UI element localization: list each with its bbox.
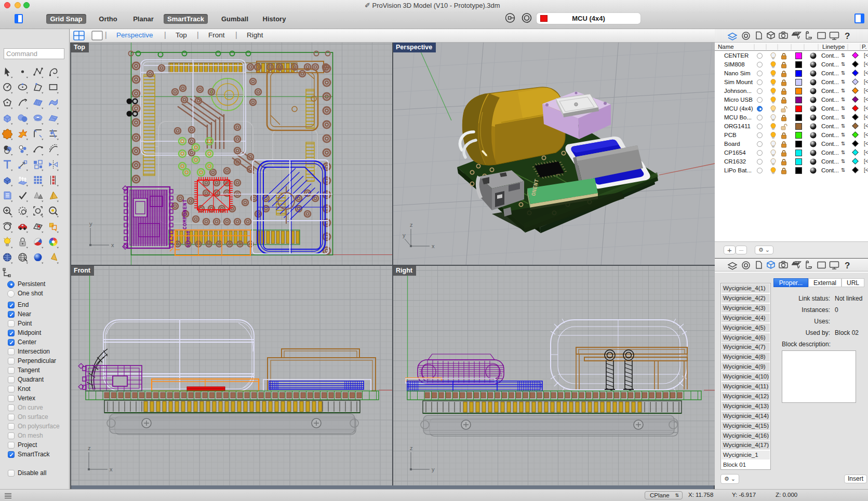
svg-text:y: y: [403, 232, 406, 238]
svg-text:x: x: [432, 243, 435, 249]
svg-text:x: x: [111, 242, 114, 248]
svg-text:y: y: [89, 221, 92, 227]
svg-text:?: ?: [845, 261, 850, 270]
svg-text:x: x: [110, 466, 113, 472]
svg-text:SIM808: SIM808: [186, 231, 191, 248]
svg-text:z: z: [410, 445, 413, 451]
svg-text:COMPONENT: COMPONENT: [182, 199, 188, 229]
svg-text:y: y: [432, 466, 435, 472]
svg-text:z: z: [88, 445, 91, 451]
svg-text:z: z: [410, 222, 413, 228]
svg-text:?: ?: [845, 31, 850, 41]
